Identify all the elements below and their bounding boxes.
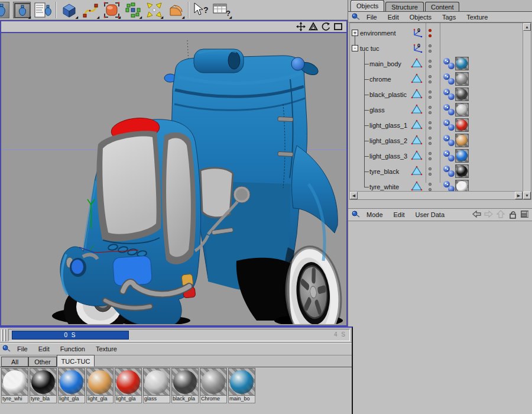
toggle-view-icon[interactable] [333,22,343,31]
boole-icon[interactable] [144,1,164,19]
unlock-icon[interactable] [508,210,517,220]
material-preview[interactable] [115,368,142,396]
visibility-dots[interactable] [429,167,432,176]
tree-row-chrome[interactable]: chrome [350,72,523,87]
scroll-left-icon[interactable]: ◀ [350,192,358,199]
material-preview[interactable] [86,368,113,396]
scroll-up-icon[interactable]: ▲ [523,23,531,31]
texture-tag-thumbnail[interactable] [455,134,469,147]
menu-edit[interactable]: Edit [33,345,55,352]
context-help-icon[interactable]: ? [192,1,212,19]
texture-tag-thumbnail[interactable] [455,72,469,86]
tab-all[interactable]: All [1,357,28,367]
panel-splitter[interactable] [348,200,532,208]
pin-icon[interactable] [352,13,360,21]
tree-row-environment[interactable]: + environment 0 [350,25,523,41]
material-preview[interactable] [228,368,255,396]
tab-objects[interactable]: Objects [351,0,384,11]
material-preview[interactable] [30,368,57,396]
tree-row-light-glass-1[interactable]: light_glass_1 [350,118,523,133]
viewport-canvas[interactable] [1,33,346,324]
menu-texture[interactable]: Texture [90,345,122,352]
visibility-dots[interactable] [429,75,432,83]
tab-content[interactable]: Content [425,2,460,11]
material-preview[interactable] [58,368,85,396]
wedge-icon[interactable] [166,1,186,19]
tab-other[interactable]: Other [28,357,57,367]
menu-edit[interactable]: Edit [382,14,404,21]
visibility-dots[interactable] [429,183,432,191]
tree-row-tuc-tuc[interactable]: - tuc tuc 0 [350,41,523,56]
spline-icon[interactable] [80,1,100,19]
render-view-icon[interactable] [0,1,11,19]
hypernurbs-icon[interactable] [102,1,122,19]
phong-tag-icon[interactable] [448,78,455,85]
horizontal-scrollbar[interactable]: ◀ ▶ [350,191,523,199]
object-label[interactable]: main_body [369,60,401,67]
menu-user-data[interactable]: User Data [410,211,450,218]
texture-tag-thumbnail[interactable] [455,180,469,191]
array-icon[interactable] [123,1,143,19]
scale-view-icon[interactable] [308,22,318,31]
expand-toggle[interactable]: + [352,30,358,36]
pin-icon[interactable] [2,345,11,353]
collapse-toggle[interactable]: - [352,45,358,51]
visibility-dots[interactable] [429,29,432,37]
tuc-tuc-model[interactable] [1,33,346,324]
object-label[interactable]: light_glass_1 [369,122,407,129]
material-light-glass-1[interactable]: light_gla [115,368,142,403]
tree-row-black-plastic[interactable]: black_plastic [350,87,523,102]
menu-mode[interactable]: Mode [361,211,388,218]
tree-row-glass[interactable]: glass [350,102,523,118]
render-settings-icon[interactable] [33,1,53,19]
phong-tag-icon[interactable] [448,155,455,161]
object-label[interactable]: glass [369,106,385,114]
material-black-plastic[interactable]: black_pla [171,368,199,403]
object-label[interactable]: black_plastic [369,91,407,98]
tree-row-light-glass-3[interactable]: light_glass_3 [350,148,523,164]
menu-texture[interactable]: Texture [461,14,493,21]
texture-tag-thumbnail[interactable] [455,149,469,163]
visibility-dots[interactable] [429,44,432,53]
material-preview[interactable] [171,368,199,396]
visibility-dots[interactable] [429,90,432,99]
material-glass[interactable]: glass [143,368,171,403]
menu-file[interactable]: File [12,345,33,352]
visibility-dots[interactable] [429,106,432,114]
texture-tag-thumbnail[interactable] [455,164,469,178]
object-label[interactable]: tyre_white [369,183,399,190]
material-tyre-black[interactable]: tyre_bla [30,368,57,403]
texture-tag-thumbnail[interactable] [455,88,469,101]
primitive-cube-icon[interactable] [59,1,79,19]
tab-structure[interactable]: Structure [385,2,424,11]
menu-file[interactable]: File [361,14,382,21]
object-label[interactable]: light_glass_3 [369,153,407,160]
material-light-glass-2[interactable]: light_gla [86,368,114,403]
tree-row-tyre-white[interactable]: tyre_white [350,179,523,191]
visibility-dots[interactable] [429,137,432,145]
material-preview[interactable] [1,368,28,396]
move-view-icon[interactable] [296,22,306,31]
scroll-down-icon[interactable]: ▼ [523,192,531,199]
material-light-glass-3[interactable]: light_gla [58,368,86,403]
visibility-dots[interactable] [429,121,432,130]
object-label[interactable]: tuc tuc [360,45,379,52]
render-picture-viewer-icon[interactable] [12,1,32,19]
back-arrow-icon[interactable] [472,210,481,219]
vertical-scrollbar[interactable]: ▲ ▼ [523,23,531,199]
object-label[interactable]: environment [360,30,396,37]
object-label[interactable]: light_glass_2 [369,137,407,144]
phong-tag-icon[interactable] [448,63,455,69]
command-reference-icon[interactable]: ? [213,1,233,19]
texture-tag-thumbnail[interactable] [455,103,469,117]
perspective-viewport[interactable] [0,20,348,326]
object-label[interactable]: chrome [369,76,391,83]
texture-tag-thumbnail[interactable] [455,57,469,70]
panel-grip[interactable] [4,329,6,341]
object-label[interactable]: tyre_black [369,168,399,175]
phong-tag-icon[interactable] [448,124,455,131]
pin-icon[interactable] [352,211,360,219]
scroll-right-icon[interactable]: ▶ [515,192,523,199]
menu-tags[interactable]: Tags [437,14,461,21]
tab-tuc-tuc[interactable]: TUC-TUC [57,355,95,367]
